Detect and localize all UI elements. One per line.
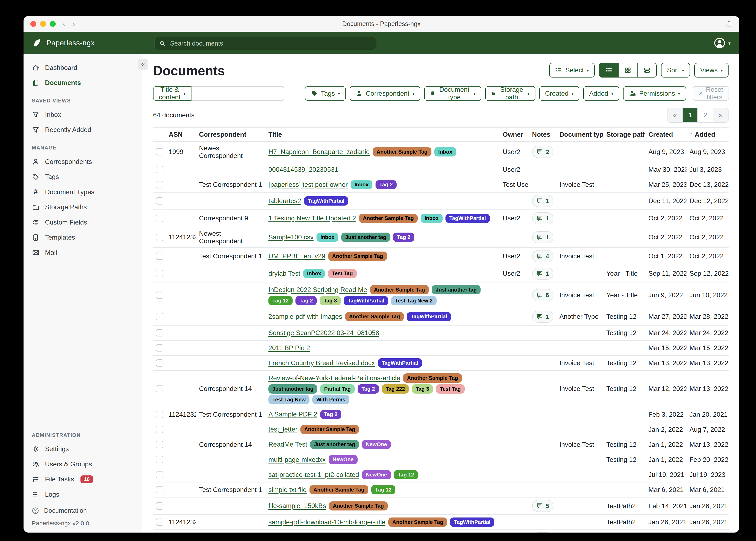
- notes-badge[interactable]: 1: [532, 268, 553, 280]
- sidebar-item-tags[interactable]: Tags: [24, 169, 142, 184]
- tag-badge[interactable]: Another Sample Tag: [309, 485, 368, 494]
- column-header-storage[interactable]: Storage path: [604, 128, 646, 142]
- tag-badge[interactable]: Test Tag: [328, 269, 357, 278]
- tag-badge[interactable]: Test Tag New 2: [391, 296, 436, 305]
- tag-badge[interactable]: Tag 2: [295, 296, 317, 305]
- tag-badge[interactable]: Tag 12: [268, 296, 293, 305]
- documentation-link[interactable]: Documentation: [32, 507, 133, 514]
- row-checkbox[interactable]: [156, 441, 163, 448]
- row-checkbox[interactable]: [156, 344, 163, 352]
- filter-correspondent-button[interactable]: Correspondent▾: [350, 86, 420, 101]
- document-link[interactable]: test_letter: [268, 424, 297, 434]
- tag-badge[interactable]: Another Sample Tag: [328, 252, 387, 261]
- sidebar-item-custom-fields[interactable]: Custom Fields: [24, 215, 142, 230]
- global-search[interactable]: [155, 37, 376, 50]
- filter-permissions-button[interactable]: Permissions▾: [623, 86, 686, 101]
- tag-badge[interactable]: TagWithPartial: [407, 312, 451, 321]
- tag-badge[interactable]: Tag 222: [382, 384, 409, 393]
- tag-badge[interactable]: Another Sample Tag: [329, 501, 388, 511]
- tag-badge[interactable]: Just another tag: [341, 233, 390, 242]
- tag-badge[interactable]: Inbox: [351, 180, 372, 190]
- filter-field-button[interactable]: Title & content ▾: [153, 86, 191, 101]
- filter-created-button[interactable]: Created▾: [539, 86, 580, 101]
- tag-badge[interactable]: Inbox: [303, 269, 325, 278]
- tag-badge[interactable]: Another Sample Tag: [345, 312, 404, 321]
- row-checkbox[interactable]: [156, 253, 163, 260]
- tag-badge[interactable]: Another Sample Tag: [388, 517, 447, 527]
- column-header-title[interactable]: Title: [266, 128, 500, 142]
- reset-filters-button[interactable]: × Reset filters: [693, 86, 729, 101]
- document-link[interactable]: UM_PPBE_en_v29: [268, 251, 325, 261]
- sidebar-item-correspondents[interactable]: Correspondents: [24, 154, 142, 169]
- row-checkbox[interactable]: [156, 270, 163, 277]
- sidebar-item-logs[interactable]: Logs: [24, 487, 142, 502]
- sidebar-item-document-types[interactable]: #Document Types: [24, 184, 142, 199]
- sidebar-collapse-button[interactable]: «: [138, 59, 148, 70]
- view-list-button[interactable]: [599, 63, 619, 78]
- document-link[interactable]: H7_Napoleon_Bonaparte_zadanie: [268, 147, 370, 157]
- tag-badge[interactable]: With Perms: [312, 395, 349, 404]
- notes-badge[interactable]: 1: [532, 195, 553, 207]
- sidebar-item-mail[interactable]: Mail: [24, 245, 142, 260]
- tag-badge[interactable]: TagWithPartial: [304, 196, 348, 206]
- row-checkbox[interactable]: [156, 313, 163, 320]
- pagination-page-1[interactable]: 1: [683, 108, 698, 122]
- row-checkbox[interactable]: [156, 385, 163, 392]
- document-link[interactable]: 0004814539_20230531: [268, 165, 338, 175]
- sort-button[interactable]: Sort ▾: [661, 63, 690, 78]
- document-link[interactable]: multi-page-mixedxx: [268, 455, 326, 464]
- notes-badge[interactable]: 1: [532, 212, 553, 225]
- document-link[interactable]: simple txt file: [268, 485, 307, 495]
- tag-badge[interactable]: Inbox: [434, 147, 456, 157]
- column-header-created[interactable]: Created: [645, 128, 686, 142]
- row-checkbox[interactable]: [156, 486, 163, 494]
- tag-badge[interactable]: Just another tag: [432, 285, 481, 294]
- row-checkbox[interactable]: [156, 411, 163, 418]
- tag-badge[interactable]: TagWithPartial: [344, 296, 388, 305]
- tag-badge[interactable]: Inbox: [317, 233, 338, 242]
- sidebar-item-templates[interactable]: Templates: [24, 230, 142, 245]
- sidebar-item-settings[interactable]: Settings: [24, 441, 142, 456]
- document-link[interactable]: sample-pdf-download-10-mb-longer-title: [268, 517, 385, 527]
- row-checkbox[interactable]: [156, 502, 163, 510]
- tag-badge[interactable]: NewOne: [362, 440, 391, 449]
- tag-badge[interactable]: NewOne: [329, 455, 358, 464]
- document-link[interactable]: [paperless] test post-owner: [268, 180, 348, 190]
- notes-badge[interactable]: 5: [532, 500, 553, 512]
- column-header-added[interactable]: ↑Added: [686, 128, 729, 142]
- view-grid-button[interactable]: [618, 63, 638, 78]
- document-link[interactable]: 1 Testing New Title Updated 2: [268, 214, 356, 223]
- column-header-correspondent[interactable]: Correspondent: [196, 128, 266, 142]
- document-link[interactable]: A Sample PDF 2: [268, 409, 317, 419]
- tag-badge[interactable]: Tag 3: [412, 384, 433, 393]
- row-checkbox[interactable]: [156, 519, 163, 526]
- filter-text-input[interactable]: [191, 86, 284, 101]
- notes-badge[interactable]: 1: [532, 532, 553, 533]
- tag-badge[interactable]: Partial Tag: [320, 384, 355, 393]
- row-checkbox[interactable]: [156, 215, 163, 222]
- filter-document-type-button[interactable]: Document type▾: [424, 86, 481, 101]
- tag-badge[interactable]: Tag 3: [320, 296, 341, 305]
- sidebar-item-dashboard[interactable]: Dashboard: [24, 60, 142, 75]
- tag-badge[interactable]: Tag 2: [393, 233, 414, 242]
- tag-badge[interactable]: Tag 12: [394, 470, 418, 479]
- tag-badge[interactable]: NewOne: [362, 470, 391, 479]
- pagination-page-2[interactable]: 2: [698, 108, 713, 122]
- column-header-asn[interactable]: ASN: [166, 128, 196, 142]
- row-checkbox[interactable]: [156, 148, 163, 156]
- notes-badge[interactable]: 1: [532, 231, 553, 244]
- document-link[interactable]: Sample100.csv: [268, 233, 314, 242]
- tag-badge[interactable]: Just another tag: [310, 440, 359, 449]
- notes-badge[interactable]: 1: [532, 311, 553, 323]
- document-link[interactable]: ReadMe Test: [268, 440, 307, 449]
- document-link[interactable]: Review-of-New-York-Federal-Petitions-art…: [268, 373, 400, 383]
- document-link[interactable]: French Country Bread Revised.docx: [268, 358, 375, 368]
- tag-badge[interactable]: Inbox: [421, 214, 443, 223]
- tag-badge[interactable]: Tag 2: [376, 180, 397, 190]
- tag-badge[interactable]: TagWithPartial: [445, 214, 490, 223]
- app-brand[interactable]: Paperless-ngx: [32, 38, 95, 48]
- sidebar-item-storage-paths[interactable]: Storage Paths: [24, 200, 142, 215]
- notes-badge[interactable]: 2: [532, 146, 553, 158]
- tag-badge[interactable]: Test Tag New: [268, 395, 309, 404]
- document-link[interactable]: drylab Test: [268, 269, 300, 278]
